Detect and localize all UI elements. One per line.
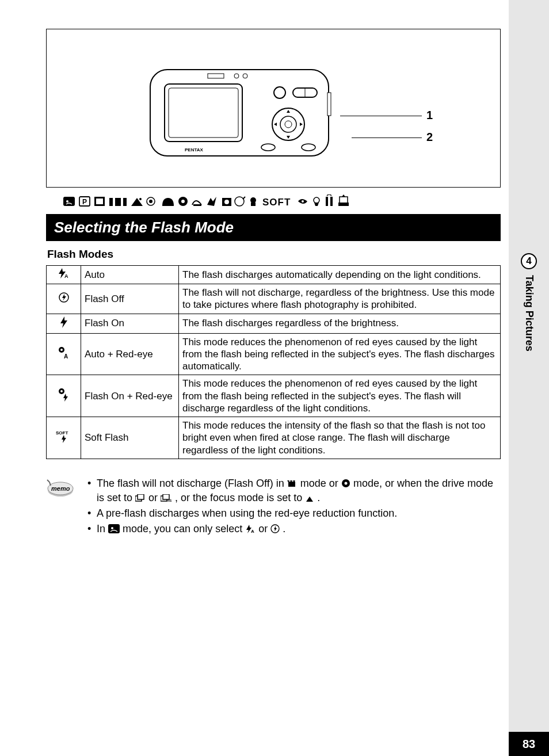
svg-point-62 — [111, 527, 113, 529]
svg-point-14 — [302, 144, 315, 151]
section-heading: Selecting the Flash Mode — [46, 214, 501, 241]
svg-rect-53 — [288, 482, 295, 487]
svg-rect-40 — [330, 197, 333, 206]
memo-text: or — [148, 492, 161, 503]
svg-text:A: A — [64, 273, 68, 278]
chapter-number: 4 — [521, 253, 537, 269]
svg-text:A: A — [251, 529, 254, 533]
memo-text: , or the focus mode is set to — [175, 492, 305, 503]
movie-mode-icon — [287, 480, 298, 488]
green-mode-icon — [108, 524, 120, 533]
flash-mode-desc: This mode reduces the phenomenon of red … — [179, 333, 501, 375]
svg-rect-25 — [123, 198, 127, 206]
subheading-flash-modes: Flash Modes — [46, 248, 485, 261]
svg-point-26 — [139, 198, 142, 200]
svg-text:memo: memo — [51, 485, 70, 492]
flash-modes-table: A Auto The flash discharges automaticall… — [46, 265, 501, 459]
continuous-hs-icon: HS — [161, 494, 172, 502]
svg-point-48 — [60, 390, 63, 392]
flash-mode-desc: This mode reduces the intensity of the f… — [179, 417, 501, 459]
svg-rect-39 — [326, 197, 328, 206]
memo-text: mode, you can only select — [123, 523, 245, 534]
svg-text:P: P — [82, 198, 90, 206]
memo-item: The flash will not discharge (Flash Off)… — [85, 476, 501, 505]
page-content: PENTAX 1 2 P SOFT — [0, 0, 502, 538]
svg-point-34 — [250, 197, 256, 203]
svg-text:HS: HS — [167, 499, 171, 502]
svg-rect-30 — [193, 204, 201, 206]
flash-off-inline-icon — [270, 524, 280, 533]
callout-line-1 — [340, 116, 422, 116]
memo-icon: memo — [46, 479, 75, 498]
svg-rect-17 — [63, 197, 75, 206]
svg-point-18 — [66, 200, 68, 203]
table-row: Flash On The flash discharges regardless… — [47, 314, 501, 333]
mode-icons-row: P SOFT — [46, 192, 501, 214]
memo-item: In mode, you can only select A or . — [85, 522, 501, 536]
flash-mode-desc: The flash discharges regardless of the b… — [179, 314, 501, 333]
svg-point-55 — [344, 482, 347, 484]
flash-mode-name: Flash On + Red-eye — [81, 375, 179, 417]
svg-text:SOFT: SOFT — [56, 430, 68, 436]
memo-text: or — [258, 523, 270, 534]
soft-flash-icon: SOFT — [47, 417, 81, 459]
memo-list: The flash will not discharge (Flash Off)… — [85, 476, 501, 538]
table-row: A Auto The flash discharges automaticall… — [47, 266, 501, 284]
memo-text: In — [97, 523, 108, 534]
flash-mode-name: Auto + Red-eye — [81, 333, 179, 375]
svg-text:A: A — [64, 353, 68, 359]
callout-line-2 — [352, 138, 422, 138]
svg-rect-57 — [138, 494, 144, 499]
svg-text:PENTAX: PENTAX — [185, 147, 204, 152]
flash-mode-name: Flash On — [81, 314, 179, 333]
memo-item: A pre-flash discharges when using the re… — [85, 506, 501, 521]
camera-illustration: PENTAX — [144, 52, 340, 167]
flash-mode-desc: The flash discharges automatically depen… — [179, 266, 501, 284]
svg-point-33 — [235, 197, 244, 206]
flash-mode-desc: This mode reduces the phenomenon of red … — [179, 375, 501, 417]
flash-mode-name: Flash Off — [81, 284, 179, 314]
auto-redeye-icon: A — [47, 333, 81, 375]
svg-rect-22 — [96, 198, 103, 204]
svg-rect-23 — [109, 198, 113, 206]
side-tab: 4 Taking Pictures — [509, 253, 549, 352]
memo-text: A pre-flash discharges when using the re… — [97, 507, 397, 519]
page-number: 83 — [509, 732, 549, 756]
memo-text: . — [317, 492, 320, 503]
flash-on-icon — [47, 314, 81, 333]
svg-point-38 — [314, 197, 319, 203]
memo-text: The flash will not discharge (Flash Off)… — [97, 478, 287, 489]
callout-1: 1 — [426, 109, 433, 122]
sidebar-background — [509, 0, 549, 756]
voice-mode-icon — [341, 479, 350, 488]
memo-block: memo The flash will not discharge (Flash… — [46, 476, 501, 538]
flash-mode-name: Auto — [81, 266, 179, 284]
svg-point-13 — [261, 144, 275, 151]
svg-text:SOFT: SOFT — [262, 197, 291, 208]
svg-point-37 — [302, 200, 304, 203]
svg-rect-24 — [115, 198, 121, 206]
svg-point-32 — [224, 200, 229, 204]
memo-text: . — [283, 523, 285, 534]
continuous-icon — [135, 494, 146, 502]
svg-point-29 — [181, 200, 185, 203]
mode-row-icons: P SOFT — [63, 194, 501, 209]
svg-point-12 — [285, 121, 292, 128]
svg-rect-3 — [169, 88, 238, 138]
infinity-icon — [305, 495, 314, 502]
flash-mode-name: Soft Flash — [81, 417, 179, 459]
flash-off-icon — [47, 284, 81, 314]
flash-auto-inline-icon: A — [245, 525, 256, 533]
chapter-title: Taking Pictures — [523, 275, 535, 352]
svg-point-27 — [149, 200, 152, 203]
svg-rect-61 — [108, 524, 120, 533]
memo-text: mode or — [300, 478, 341, 489]
svg-rect-16 — [327, 93, 331, 116]
table-row: A Auto + Red-eye This mode reduces the p… — [47, 333, 501, 375]
flashon-redeye-icon — [47, 375, 81, 417]
table-row: SOFT Soft Flash This mode reduces the in… — [47, 417, 501, 459]
svg-rect-41 — [338, 203, 349, 206]
flash-auto-icon: A — [47, 266, 81, 284]
svg-point-45 — [60, 349, 63, 351]
table-row: Flash On + Red-eye This mode reduces the… — [47, 375, 501, 417]
